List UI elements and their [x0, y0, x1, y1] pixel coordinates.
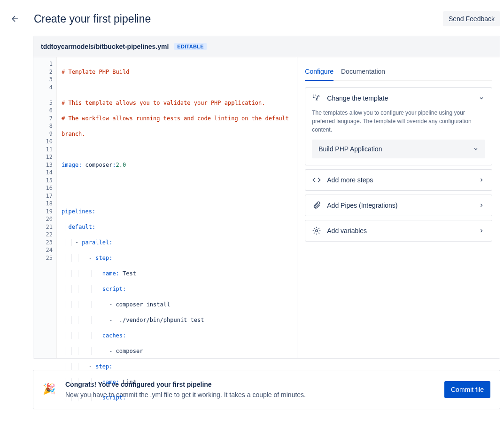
svg-rect-0 [314, 95, 316, 97]
card-add-pipes-header[interactable]: Add Pipes (Integrations) [305, 195, 492, 216]
pipeline-editor-panel: tddtoycarmodels/bitbucket-pipelines.yml … [33, 36, 500, 359]
template-icon [312, 94, 321, 103]
card-add-steps-header[interactable]: Add more steps [305, 170, 492, 190]
card-add-pipes: Add Pipes (Integrations) [305, 195, 492, 216]
line-gutter: 123 4 5678910111213141516171819202122232… [33, 57, 57, 358]
arrow-left-icon [10, 14, 20, 23]
tab-configure[interactable]: Configure [305, 65, 333, 81]
card-title: Add more steps [327, 176, 472, 184]
send-feedback-button[interactable]: Send Feedback [443, 11, 500, 26]
code-editor[interactable]: 123 4 5678910111213141516171819202122232… [33, 57, 297, 358]
editable-badge: EDITABLE [174, 43, 207, 50]
config-sidebar: Configure Documentation Change the templ… [297, 57, 500, 358]
chevron-right-icon [478, 176, 485, 184]
card-title: Add Pipes (Integrations) [327, 202, 472, 209]
file-path: tddtoycarmodels/bitbucket-pipelines.yml [41, 43, 169, 50]
card-change-template-header[interactable]: Change the template [305, 88, 492, 109]
template-select-value: Build PHP Application [318, 145, 382, 153]
card-title: Add variables [327, 227, 472, 234]
chevron-right-icon [478, 202, 485, 209]
chevron-right-icon [478, 227, 485, 234]
page-title: Create your first pipeline [34, 13, 443, 25]
chevron-down-icon [473, 146, 479, 152]
back-button[interactable] [9, 13, 21, 24]
commit-file-button[interactable]: Commit file [444, 381, 490, 398]
card-change-template: Change the template The templates allow … [305, 87, 492, 165]
party-popper-icon: 🎉 [43, 383, 56, 396]
attachment-icon [312, 201, 321, 210]
code-content[interactable]: # Template PHP Build # This template all… [57, 57, 297, 358]
template-description: The templates allow you to configure you… [312, 109, 485, 134]
config-tabs: Configure Documentation [305, 65, 492, 81]
chevron-down-icon [478, 94, 485, 102]
gear-icon [312, 226, 321, 235]
card-add-steps: Add more steps [305, 169, 492, 191]
file-header: tddtoycarmodels/bitbucket-pipelines.yml … [33, 36, 500, 57]
card-title: Change the template [327, 94, 472, 102]
tab-documentation[interactable]: Documentation [341, 65, 385, 80]
template-select[interactable]: Build PHP Application [312, 140, 485, 158]
card-add-variables-header[interactable]: Add variables [305, 220, 492, 241]
svg-point-1 [316, 230, 318, 232]
card-add-variables: Add variables [305, 220, 492, 242]
code-icon [312, 175, 321, 185]
